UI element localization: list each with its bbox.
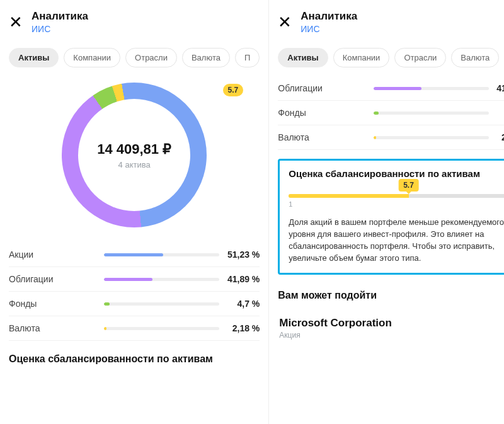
asset-bar-fill	[374, 136, 376, 139]
asset-pct: 2,18 %	[219, 323, 260, 333]
screen-left: ✕ Аналитика ИИС Активы Компании Отрасли …	[0, 0, 268, 424]
close-icon[interactable]: ✕	[9, 14, 23, 30]
asset-name: Облигации	[9, 274, 104, 284]
balance-card-title: Оценка сбалансированности по активам	[289, 168, 504, 179]
header-text: Аналитика ИИС	[301, 10, 357, 34]
tab-industries[interactable]: Отрасли	[125, 48, 177, 67]
scale-ends: 1 10	[289, 200, 504, 208]
portfolio-total: 14 409,81 ₽	[97, 141, 171, 158]
page-title: Аналитика	[32, 10, 88, 23]
suggest-section-title: Вам может подойти	[278, 290, 504, 301]
asset-bar	[104, 278, 219, 281]
asset-bar	[374, 112, 489, 115]
header-text: Аналитика ИИС	[32, 10, 88, 34]
asset-bar-fill	[104, 278, 152, 281]
asset-name: Облигации	[278, 83, 373, 93]
asset-pct: 4,7 %	[489, 108, 504, 118]
tab-companies[interactable]: Компании	[64, 48, 120, 67]
asset-row[interactable]: Облигации41,89 %	[9, 267, 260, 292]
asset-bar-fill	[104, 327, 106, 330]
tab-industries[interactable]: Отрасли	[394, 48, 446, 67]
tab-currency[interactable]: Валюта	[182, 48, 230, 67]
asset-row[interactable]: Фонды4,7 %	[9, 292, 260, 316]
page-title: Аналитика	[301, 10, 357, 23]
asset-list: Облигации41,89 %Фонды4,7 %Валюта2,18 %	[278, 76, 504, 150]
tab-assets[interactable]: Активы	[278, 48, 328, 67]
asset-name: Валюта	[9, 323, 104, 333]
portfolio-count: 4 актива	[118, 160, 151, 169]
suggest-name: Microsoft Corporation	[279, 317, 392, 329]
tab-companies[interactable]: Компании	[333, 48, 390, 67]
account-link[interactable]: ИИС	[32, 24, 88, 34]
asset-row[interactable]: Валюта2,18 %	[9, 316, 260, 341]
asset-pct: 51,23 %	[219, 249, 260, 260]
scale-fill	[289, 194, 408, 198]
asset-row[interactable]: Облигации41,89 %	[278, 76, 504, 101]
tabs: Активы Компании Отрасли Валюта П	[9, 48, 260, 67]
tab-more[interactable]: П	[235, 48, 260, 67]
asset-bar-fill	[374, 112, 379, 115]
scale-track	[289, 194, 504, 198]
asset-row[interactable]: Валюта2,18 %	[278, 125, 504, 150]
balance-description: Доля акций в вашем портфеле меньше реком…	[289, 217, 504, 264]
scale-min: 1	[289, 200, 292, 208]
balance-score-badge[interactable]: 5.7	[223, 84, 244, 96]
asset-bar	[104, 253, 219, 256]
tab-assets[interactable]: Активы	[9, 48, 59, 67]
donut-center: 14 409,81 ₽ 4 актива	[9, 83, 260, 227]
header: ✕ Аналитика ИИС	[278, 10, 504, 43]
suggest-card[interactable]: Microsoft Corporation Акция	[278, 307, 504, 340]
asset-pct: 4,7 %	[219, 299, 260, 309]
tab-currency[interactable]: Валюта	[451, 48, 499, 67]
asset-row[interactable]: Акции51,23 %	[9, 243, 260, 267]
asset-name: Валюта	[278, 132, 373, 142]
asset-name: Фонды	[9, 299, 104, 309]
balance-scale: 5.7 1 10	[289, 194, 504, 208]
tabs: Активы Компании Отрасли Валюта П	[278, 48, 504, 67]
suggest-type: Акция	[279, 331, 392, 340]
asset-bar-fill	[104, 253, 163, 256]
asset-bar	[374, 136, 489, 139]
balance-value-badge: 5.7	[398, 179, 419, 192]
header: ✕ Аналитика ИИС	[9, 10, 260, 43]
asset-bar-fill	[104, 302, 110, 306]
donut-chart-wrap: 5.7 14 409,81 ₽ 4 актива	[9, 83, 260, 227]
close-icon[interactable]: ✕	[278, 14, 292, 30]
asset-name: Акции	[9, 249, 104, 260]
asset-pct: 2,18 %	[489, 132, 504, 142]
suggest-text: Microsoft Corporation Акция	[279, 317, 392, 340]
screen-right: ✕ Аналитика ИИС Активы Компании Отрасли …	[268, 0, 504, 424]
asset-bar	[374, 87, 489, 90]
account-link[interactable]: ИИС	[301, 24, 357, 34]
asset-bar	[104, 302, 219, 306]
asset-bar-fill	[374, 87, 422, 90]
asset-pct: 41,89 %	[489, 83, 504, 93]
asset-bar	[104, 327, 219, 330]
balance-section-title: Оценка сбалансированности по активам	[9, 353, 260, 365]
balance-card[interactable]: Оценка сбалансированности по активам 5.7…	[278, 159, 504, 275]
asset-row[interactable]: Фонды4,7 %	[278, 101, 504, 125]
asset-list: Акции51,23 %Облигации41,89 %Фонды4,7 %Ва…	[9, 243, 260, 341]
asset-name: Фонды	[278, 108, 373, 118]
asset-pct: 41,89 %	[219, 274, 260, 284]
